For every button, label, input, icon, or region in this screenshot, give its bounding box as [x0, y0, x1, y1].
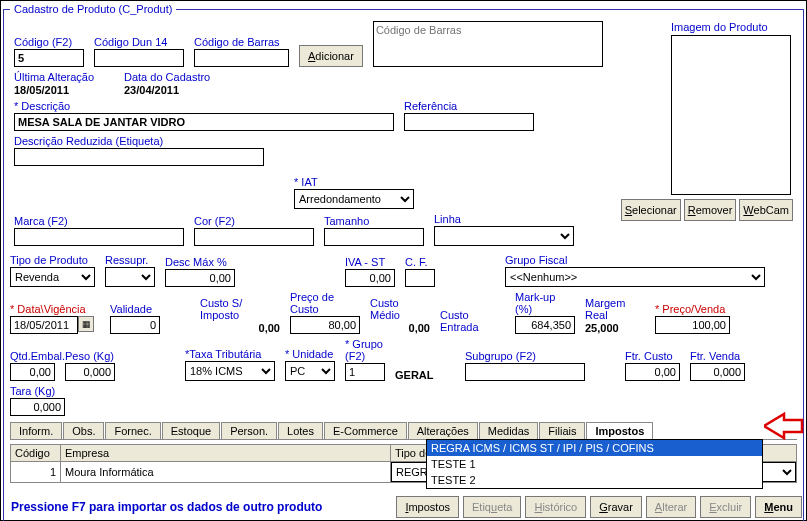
ftr-custo-input[interactable]: [625, 363, 680, 381]
preco-custo-input[interactable]: [290, 316, 360, 334]
tab-estoque[interactable]: Estoque: [162, 422, 220, 439]
desc-reduzida-input[interactable]: [14, 148, 264, 166]
tipo-produto-select[interactable]: Revenda: [10, 267, 95, 287]
validade-label: Validade: [110, 303, 160, 315]
data-cadastro-label: Data do Cadastro: [124, 71, 224, 83]
tara-label: Tara (Kg): [10, 385, 65, 397]
custo-medio-value: 0,00: [370, 322, 430, 334]
grupo-value: GERAL: [395, 369, 455, 381]
preco-venda-input[interactable]: [655, 316, 730, 334]
referencia-input[interactable]: [404, 113, 534, 131]
tab-filiais[interactable]: Filiais: [539, 422, 585, 439]
taxa-trib-select[interactable]: 18% ICMS: [185, 361, 275, 381]
preco-custo-label: Preço de Custo: [290, 291, 360, 315]
ultima-alteracao-label: Última Alteração: [14, 71, 114, 83]
iat-select[interactable]: Arredondamento: [294, 189, 414, 209]
custo-entrada-label: Custo Entrada: [440, 309, 505, 333]
descricao-input[interactable]: [14, 113, 394, 131]
tara-input[interactable]: [10, 398, 65, 416]
impostos-button[interactable]: Impostos: [396, 496, 459, 518]
unidade-label: * Unidade: [285, 348, 335, 360]
svg-marker-0: [764, 414, 802, 438]
alterar-button[interactable]: Alterar: [646, 496, 696, 518]
adicionar-button[interactable]: Adicionar: [299, 45, 363, 67]
ftr-custo-label: Ftr. Custo: [625, 350, 680, 362]
codigo-label: Código (F2): [14, 36, 84, 48]
tamanho-label: Tamanho: [324, 215, 424, 227]
tab-person[interactable]: Person.: [221, 422, 277, 439]
product-image-frame: [671, 35, 791, 195]
excluir-button[interactable]: Excluir: [700, 496, 751, 518]
tab-medidas[interactable]: Medidas: [479, 422, 539, 439]
cf-input[interactable]: [405, 269, 435, 287]
regra-dropdown-list[interactable]: REGRA ICMS / ICMS ST / IPI / PIS / COFIN…: [426, 439, 763, 489]
descricao-label: * Descrição: [14, 100, 394, 112]
cell-codigo: 1: [11, 462, 61, 483]
footer-hint: Pressione F7 para importar os dados de o…: [11, 500, 322, 514]
dropdown-option-2[interactable]: TESTE 2: [427, 472, 762, 488]
codigo-barras-input[interactable]: [194, 49, 289, 67]
barcode-listbox[interactable]: [373, 21, 603, 67]
markup-input[interactable]: [515, 316, 575, 334]
ultima-alteracao-value: 18/05/2011: [14, 84, 114, 96]
iva-st-input[interactable]: [345, 269, 395, 287]
codigo-barras-label: Código de Barras: [194, 36, 289, 48]
peso-input[interactable]: [65, 363, 115, 381]
subgrupo-label: Subgrupo (F2): [465, 350, 585, 362]
ressupr-select[interactable]: [105, 267, 155, 287]
historico-button[interactable]: Histórico: [525, 496, 586, 518]
codigo-dun-label: Código Dun 14: [94, 36, 184, 48]
linha-select[interactable]: [434, 226, 574, 246]
ftr-venda-label: Ftr. Venda: [690, 350, 745, 362]
tab-impostos[interactable]: Impostos: [586, 422, 653, 439]
custo-si-label: Custo S/ Imposto: [200, 297, 280, 321]
data-vigencia-label: * Data\Vigência: [10, 303, 100, 315]
linha-label: Linha: [434, 213, 574, 225]
data-cadastro-value: 23/04/2011: [124, 84, 224, 96]
desc-max-input[interactable]: [165, 269, 235, 287]
col-codigo: Código: [11, 445, 61, 462]
desc-reduzida-label: Descrição Reduzida (Etiqueta): [14, 135, 264, 147]
tamanho-input[interactable]: [324, 228, 424, 246]
tab-bar: Inform.Obs.Fornec.EstoquePerson.LotesE-C…: [10, 422, 797, 440]
etiqueta-button[interactable]: Etiqueta: [463, 496, 521, 518]
qtd-embal-input[interactable]: [10, 363, 55, 381]
grupo-fiscal-label: Grupo Fiscal: [505, 254, 765, 266]
tab-inform[interactable]: Inform.: [10, 422, 62, 439]
iat-label: * IAT: [294, 176, 414, 188]
selecionar-button[interactable]: Selecionar: [621, 199, 681, 221]
dropdown-option-0[interactable]: REGRA ICMS / ICMS ST / IPI / PIS / COFIN…: [427, 440, 762, 456]
webcam-button[interactable]: WebCam: [739, 199, 793, 221]
cor-input[interactable]: [194, 228, 314, 246]
grupo-fiscal-select[interactable]: <<Nenhum>>: [505, 267, 765, 287]
tab-ecommerce[interactable]: E-Commerce: [324, 422, 407, 439]
taxa-trib-label: *Taxa Tributária: [185, 348, 275, 360]
tab-fornec[interactable]: Fornec.: [105, 422, 160, 439]
tab-obs[interactable]: Obs.: [63, 422, 104, 439]
ftr-venda-input[interactable]: [690, 363, 745, 381]
custo-si-value: 0,00: [200, 322, 280, 334]
ressupr-label: Ressupr.: [105, 254, 155, 266]
data-vigencia-input[interactable]: [10, 316, 78, 334]
codigo-dun-input[interactable]: [94, 49, 184, 67]
qtd-embal-label: Qtd.Embal.: [10, 350, 55, 362]
grupo-input[interactable]: [345, 363, 385, 381]
marca-input[interactable]: [14, 228, 184, 246]
custo-medio-label: Custo Médio: [370, 297, 430, 321]
tipo-produto-label: Tipo de Produto: [10, 254, 95, 266]
gravar-button[interactable]: Gravar: [590, 496, 642, 518]
unidade-select[interactable]: PC: [285, 361, 335, 381]
tab-alteraes[interactable]: Alterações: [408, 422, 478, 439]
cor-label: Cor (F2): [194, 215, 314, 227]
menu-button[interactable]: Menu: [755, 496, 802, 518]
subgrupo-input[interactable]: [465, 363, 585, 381]
codigo-input[interactable]: [14, 49, 84, 67]
remover-button[interactable]: Remover: [684, 199, 737, 221]
tab-lotes[interactable]: Lotes: [278, 422, 323, 439]
calendar-icon[interactable]: ▦: [78, 316, 94, 332]
window-title: Cadastro de Produto (C_Produt): [10, 3, 176, 15]
col-empresa: Empresa: [61, 445, 391, 462]
validade-input[interactable]: [110, 316, 160, 334]
preco-venda-label: * Preço/Venda: [655, 303, 730, 315]
dropdown-option-1[interactable]: TESTE 1: [427, 456, 762, 472]
